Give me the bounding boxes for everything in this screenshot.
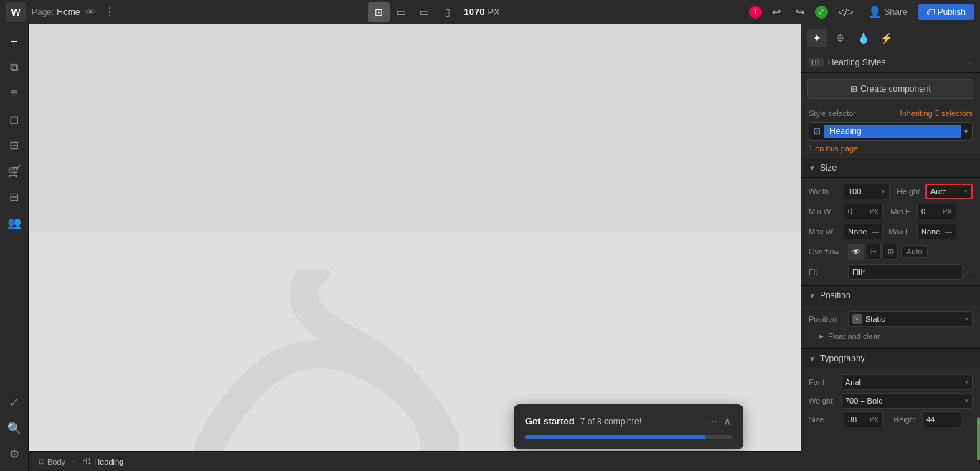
page-menu-icon[interactable]: ⋮ xyxy=(101,5,118,19)
get-started-menu-icon[interactable]: ··· xyxy=(708,415,717,428)
logo[interactable]: W xyxy=(6,2,26,22)
min-h-input[interactable]: 0 PX xyxy=(917,204,956,219)
preview-icon[interactable]: 👁 xyxy=(85,6,95,18)
code-button[interactable]: </> xyxy=(834,4,858,19)
float-clear-label: Float and clear xyxy=(828,332,880,341)
fit-menu-icon[interactable]: ··· xyxy=(966,267,973,277)
overflow-auto-btn[interactable]: Auto xyxy=(901,245,928,258)
max-w-input[interactable]: None — xyxy=(844,224,883,239)
breadcrumb-bar: ⊡ Body › H1 Heading xyxy=(29,451,801,471)
size-height-row: Size 38 PX Height 44 xyxy=(809,411,973,427)
width-height-row: Width 100 ▾ Height Auto ▾ xyxy=(809,184,973,199)
right-panel: ✦ ⚙ 💧 ⚡ H1 Heading Styles ··· ⊞ Create c… xyxy=(801,24,980,471)
typography-section-title: Typography xyxy=(820,353,865,363)
main-layout: + ⧉ ≡ ◻ ⊞ 🛒 ⊟ 👥 ✓ 🔍 ⚙ xyxy=(0,24,980,471)
get-started-header: Get started 7 of 8 complete! ··· ∧ xyxy=(525,414,732,428)
viewport-desktop-large[interactable]: ⊡ xyxy=(368,2,390,22)
font-select[interactable]: Arial ▾ xyxy=(841,374,973,390)
create-component-button[interactable]: ⊞ Create component xyxy=(807,79,974,99)
style-selector-row: Style selector Inheriting 3 selectors xyxy=(809,109,973,118)
font-value: Arial xyxy=(845,378,861,386)
canvas-area[interactable]: Get started 7 of 8 complete! ··· ∧ xyxy=(29,24,801,471)
float-clear-row[interactable]: ▶ Float and clear xyxy=(809,330,973,343)
sidebar-item-settings[interactable]: ⚙ xyxy=(3,442,26,465)
position-value: Static xyxy=(865,315,962,323)
min-w-label: Min W xyxy=(809,207,841,216)
get-started-title: Get started 7 of 8 complete! xyxy=(525,416,641,427)
font-chevron-icon: ▾ xyxy=(965,379,969,386)
color-tab-icon: 💧 xyxy=(857,32,870,44)
panel-tab-style[interactable]: ✦ xyxy=(807,29,827,47)
position-row: Position ✕ Static ▾ xyxy=(809,311,973,327)
width-input[interactable]: 100 ▾ xyxy=(844,184,890,199)
position-section: Position ✕ Static ▾ ▶ Float and clear xyxy=(801,305,980,349)
weight-select[interactable]: 700 – Bold ▾ xyxy=(841,393,973,409)
size-section-header[interactable]: ▼ Size xyxy=(801,158,980,178)
heading-styles-menu-icon[interactable]: ··· xyxy=(964,57,973,68)
typography-chevron-icon: ▼ xyxy=(809,355,816,363)
canvas-content: Get started 7 of 8 complete! ··· ∧ xyxy=(29,24,801,471)
height-value: Auto xyxy=(930,187,963,196)
share-icon: 👤 xyxy=(868,6,882,19)
overflow-hidden-btn[interactable]: ✂ xyxy=(865,244,881,260)
panel-tab-interactions[interactable]: ⚡ xyxy=(876,29,896,47)
typography-section-header[interactable]: ▼ Typography xyxy=(801,349,980,368)
h1-badge: H1 xyxy=(809,58,824,67)
sidebar-item-assets[interactable]: ◻ xyxy=(3,108,26,130)
sidebar-item-components[interactable]: ⊞ xyxy=(3,133,26,156)
panel-tab-color[interactable]: 💧 xyxy=(853,29,873,47)
undo-button[interactable]: ↩ xyxy=(768,4,786,20)
weight-chevron-icon: ▾ xyxy=(965,397,969,404)
min-w-input[interactable]: 0 PX xyxy=(844,204,883,219)
height-input[interactable]: Auto ▾ xyxy=(925,184,973,199)
type-height-label: Height xyxy=(886,415,916,424)
scroll-handle[interactable] xyxy=(977,417,980,460)
position-chevron-icon: ▼ xyxy=(809,292,816,300)
sidebar-item-layers[interactable]: ≡ xyxy=(3,82,26,105)
minw-minh-row: Min W 0 PX Min H 0 PX xyxy=(809,204,973,219)
on-page-text: 1 on this page xyxy=(809,144,858,153)
sidebar-item-cms[interactable]: ⊟ xyxy=(3,185,26,208)
get-started-close-icon[interactable]: ∧ xyxy=(723,414,732,428)
breadcrumb-heading[interactable]: H1 Heading xyxy=(77,456,128,467)
font-row: Font Arial ▾ xyxy=(809,374,973,390)
style-selector-grid-icon: ⊡ xyxy=(814,126,821,136)
overflow-scroll-btn[interactable]: ⊞ xyxy=(882,244,898,260)
max-h-input[interactable]: None — xyxy=(917,224,956,239)
style-selector-label: Style selector xyxy=(809,109,856,118)
sidebar-item-pages[interactable]: ⧉ xyxy=(3,56,26,79)
viewport-mobile[interactable]: ▯ xyxy=(437,2,458,22)
panel-tab-settings[interactable]: ⚙ xyxy=(830,29,850,47)
overflow-row: Overflow 👁 ✂ ⊞ Auto xyxy=(809,244,973,260)
breadcrumb-body[interactable]: ⊡ Body xyxy=(34,456,70,467)
viewport-desktop-small[interactable]: ▭ xyxy=(391,2,413,22)
viewport-tablet[interactable]: ▭ xyxy=(414,2,435,22)
inheriting-text: Inheriting 3 selectors xyxy=(900,109,973,118)
font-label: Font xyxy=(809,378,841,386)
get-started-actions: ··· ∧ xyxy=(708,414,732,428)
sidebar-item-users[interactable]: 👥 xyxy=(3,211,26,234)
sidebar-item-tasks[interactable]: ✓ xyxy=(3,391,26,414)
page-name[interactable]: Home xyxy=(57,7,80,17)
min-w-unit: PX xyxy=(870,208,879,216)
position-chevron-icon: ▾ xyxy=(965,315,969,323)
style-tab-icon: ✦ xyxy=(813,32,821,44)
width-value: 100 xyxy=(848,187,880,196)
sidebar-item-search[interactable]: 🔍 xyxy=(3,417,26,439)
sidebar-item-add[interactable]: + xyxy=(3,30,26,53)
scroll-handle-container xyxy=(801,437,980,440)
fit-select[interactable]: Fill ▾ xyxy=(848,264,963,280)
redo-button[interactable]: ↪ xyxy=(791,4,809,20)
overflow-visible-btn[interactable]: 👁 xyxy=(848,244,864,260)
style-selector-input[interactable]: ⊡ Heading ▾ xyxy=(809,122,973,141)
weight-row: Weight 700 – Bold ▾ xyxy=(809,393,973,409)
float-clear-chevron-icon: ▶ xyxy=(819,333,824,340)
type-size-input[interactable]: 38 PX xyxy=(844,411,883,427)
publish-button[interactable]: 🏷 Publish xyxy=(918,4,974,20)
position-select[interactable]: ✕ Static ▾ xyxy=(848,311,973,327)
position-section-header[interactable]: ▼ Position xyxy=(801,286,980,305)
sidebar-item-store[interactable]: 🛒 xyxy=(3,159,26,182)
topbar: W Page: Home 👁 ⋮ ⊡ ▭ ▭ ▯ 1070 PX 1 ↩ ↪ ✓… xyxy=(0,0,980,24)
share-button[interactable]: 👤 Share xyxy=(864,4,912,20)
type-height-input[interactable]: 44 xyxy=(922,411,961,427)
